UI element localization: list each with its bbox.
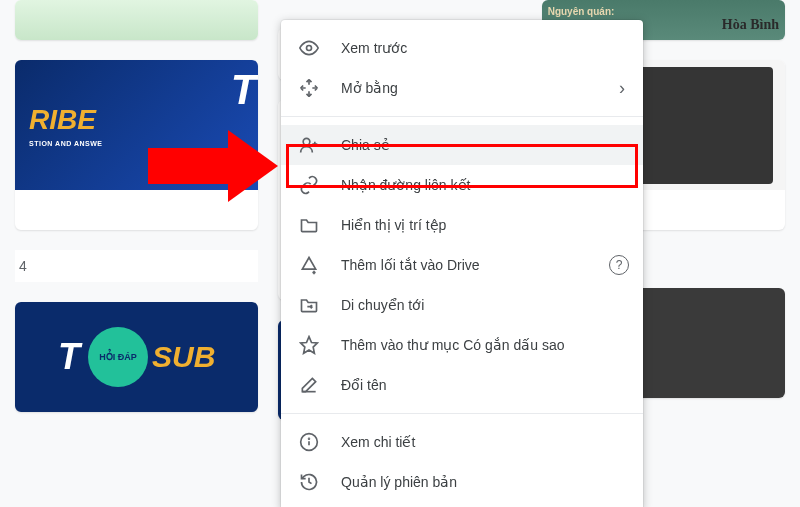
svg-point-0 bbox=[307, 46, 312, 51]
info-icon bbox=[299, 432, 319, 452]
chevron-right-icon: › bbox=[619, 78, 625, 99]
menu-label: Mở bằng bbox=[341, 80, 398, 96]
menu-open-with[interactable]: Mở bằng › bbox=[281, 68, 643, 108]
file-label: 4 bbox=[15, 250, 258, 282]
menu-share[interactable]: Chia sẻ bbox=[281, 125, 643, 165]
menu-move-to[interactable]: Di chuyển tới bbox=[281, 285, 643, 325]
folder-icon bbox=[299, 215, 319, 235]
menu-add-starred[interactable]: Thêm vào thư mục Có gắn dấu sao bbox=[281, 325, 643, 365]
id-value: Hòa Bình bbox=[722, 17, 779, 33]
menu-label: Đổi tên bbox=[341, 377, 387, 393]
help-icon[interactable]: ? bbox=[609, 255, 629, 275]
menu-divider bbox=[281, 116, 643, 117]
thumb-text: SUB bbox=[152, 340, 215, 374]
menu-label: Chia sẻ bbox=[341, 137, 390, 153]
eye-icon bbox=[299, 38, 319, 58]
star-icon bbox=[299, 335, 319, 355]
menu-divider bbox=[281, 413, 643, 414]
open-with-icon bbox=[299, 78, 319, 98]
link-icon bbox=[299, 175, 319, 195]
thumb-subtext: STION AND ANSWE bbox=[29, 140, 102, 147]
svg-marker-2 bbox=[301, 337, 318, 354]
menu-label: Thêm lối tắt vào Drive bbox=[341, 257, 480, 273]
move-to-icon bbox=[299, 295, 319, 315]
id-label: Nguyên quán: bbox=[548, 6, 615, 17]
menu-label: Xem chi tiết bbox=[341, 434, 415, 450]
menu-label: Quản lý phiên bản bbox=[341, 474, 457, 490]
menu-label: Thêm vào thư mục Có gắn dấu sao bbox=[341, 337, 565, 353]
file-thumb[interactable] bbox=[15, 0, 258, 40]
menu-rename[interactable]: Đổi tên bbox=[281, 365, 643, 405]
menu-label: Di chuyển tới bbox=[341, 297, 424, 313]
thumb-text: RIBE bbox=[29, 104, 96, 136]
menu-view-details[interactable]: Xem chi tiết bbox=[281, 422, 643, 462]
file-thumb[interactable]: T HỎI ĐÁP SUB bbox=[15, 302, 258, 412]
menu-get-link[interactable]: Nhận đường liên kết bbox=[281, 165, 643, 205]
drive-shortcut-icon bbox=[299, 255, 319, 275]
menu-label: Xem trước bbox=[341, 40, 407, 56]
menu-manage-versions[interactable]: Quản lý phiên bản bbox=[281, 462, 643, 502]
history-icon bbox=[299, 472, 319, 492]
menu-preview[interactable]: Xem trước bbox=[281, 28, 643, 68]
circle-badge: HỎI ĐÁP bbox=[88, 327, 148, 387]
svg-point-1 bbox=[303, 138, 310, 145]
context-menu: Xem trước Mở bằng › Chia sẻ Nhận đường l… bbox=[281, 20, 643, 507]
menu-label: Hiển thị vị trí tệp bbox=[341, 217, 446, 233]
file-thumb[interactable]: T RIBE STION AND ANSWE bbox=[15, 60, 258, 230]
rename-icon bbox=[299, 375, 319, 395]
person-add-icon bbox=[299, 135, 319, 155]
menu-show-location[interactable]: Hiển thị vị trí tệp bbox=[281, 205, 643, 245]
menu-add-shortcut[interactable]: Thêm lối tắt vào Drive ? bbox=[281, 245, 643, 285]
svg-point-5 bbox=[309, 438, 310, 439]
menu-label: Nhận đường liên kết bbox=[341, 177, 470, 193]
